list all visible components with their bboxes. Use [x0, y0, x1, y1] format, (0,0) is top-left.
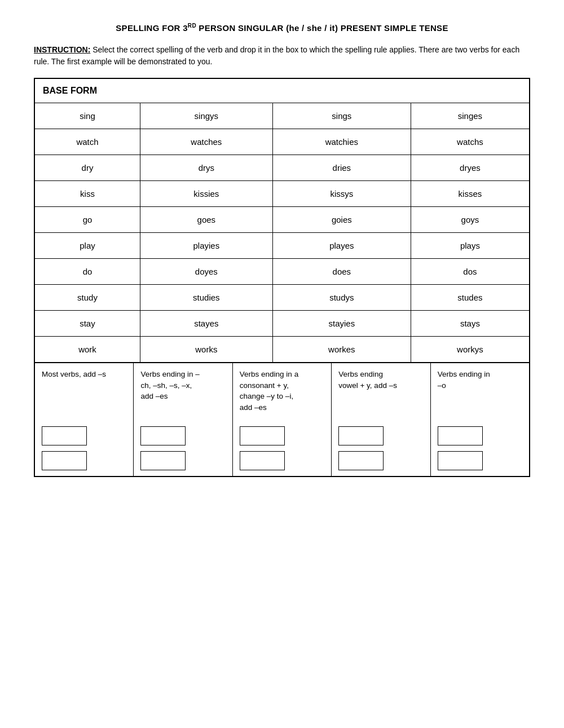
- bottom-col-title-2: Verbs ending in a consonant + y, change …: [240, 369, 324, 413]
- bottom-col-0: Most verbs, add –s: [35, 363, 134, 476]
- table-cell-4-3: goys: [411, 207, 530, 233]
- bottom-col-title-1: Verbs ending in – ch, –sh, –s, –x, add –…: [140, 369, 225, 402]
- bottom-col-1: Verbs ending in – ch, –sh, –s, –x, add –…: [134, 363, 232, 476]
- table-cell-2-1: drys: [140, 155, 272, 181]
- drop-box-1-1[interactable]: [140, 451, 186, 470]
- table-cell-2-3: dryes: [411, 155, 530, 181]
- table-cell-8-2: stayies: [272, 311, 411, 337]
- drop-box-1-0[interactable]: [140, 426, 186, 445]
- drop-box-2-0[interactable]: [240, 426, 285, 445]
- table-cell-3-1: kissies: [140, 181, 272, 207]
- table-cell-0-3: singes: [411, 103, 530, 129]
- table-cell-5-3: plays: [411, 233, 530, 259]
- bottom-col-2: Verbs ending in a consonant + y, change …: [233, 363, 332, 476]
- verb-table: BASE FORM singsingyssingssingeswatchwatc…: [34, 78, 530, 363]
- drop-box-4-1[interactable]: [438, 451, 483, 470]
- drop-box-0-0[interactable]: [42, 426, 87, 445]
- drop-box-2-1[interactable]: [240, 451, 285, 470]
- table-cell-0-0: sing: [34, 103, 140, 129]
- table-cell-3-2: kissys: [272, 181, 411, 207]
- table-cell-9-2: workes: [272, 337, 411, 363]
- bottom-col-title-3: Verbs ending vowel + y, add –s: [338, 369, 423, 391]
- bottom-col-3: Verbs ending vowel + y, add –s: [332, 363, 430, 476]
- table-cell-8-1: stayes: [140, 311, 272, 337]
- bottom-col-4: Verbs ending in –o: [431, 363, 529, 476]
- table-cell-4-2: goies: [272, 207, 411, 233]
- table-cell-9-1: works: [140, 337, 272, 363]
- table-cell-7-3: studes: [411, 285, 530, 311]
- table-cell-6-0: do: [34, 259, 140, 285]
- table-cell-7-1: studies: [140, 285, 272, 311]
- table-cell-9-0: work: [34, 337, 140, 363]
- table-cell-2-0: dry: [34, 155, 140, 181]
- bottom-col-title-0: Most verbs, add –s: [42, 369, 126, 380]
- table-cell-6-2: does: [272, 259, 411, 285]
- table-cell-6-3: dos: [411, 259, 530, 285]
- table-cell-3-0: kiss: [34, 181, 140, 207]
- drop-box-4-0[interactable]: [438, 426, 483, 445]
- table-cell-5-2: playes: [272, 233, 411, 259]
- drop-box-3-1[interactable]: [338, 451, 384, 470]
- table-cell-9-3: workys: [411, 337, 530, 363]
- table-cell-1-0: watch: [34, 129, 140, 155]
- drop-box-3-0[interactable]: [338, 426, 384, 445]
- table-cell-3-3: kisses: [411, 181, 530, 207]
- table-cell-2-2: dries: [272, 155, 411, 181]
- table-cell-1-2: watchies: [272, 129, 411, 155]
- table-cell-4-1: goes: [140, 207, 272, 233]
- table-cell-5-0: play: [34, 233, 140, 259]
- bottom-section: Most verbs, add –sVerbs ending in – ch, …: [34, 363, 530, 477]
- table-cell-4-0: go: [34, 207, 140, 233]
- page-title: SPELLING FOR 3RD PERSON SINGULAR (he / s…: [34, 23, 530, 33]
- table-cell-8-0: stay: [34, 311, 140, 337]
- table-cell-7-2: studys: [272, 285, 411, 311]
- table-cell-7-0: study: [34, 285, 140, 311]
- table-header: BASE FORM: [34, 78, 530, 103]
- table-cell-0-1: singys: [140, 103, 272, 129]
- table-cell-1-3: watchs: [411, 129, 530, 155]
- drop-box-0-1[interactable]: [42, 451, 87, 470]
- table-cell-5-1: playies: [140, 233, 272, 259]
- table-cell-0-2: sings: [272, 103, 411, 129]
- instruction-label: INSTRUCTION:: [34, 45, 90, 54]
- table-cell-1-1: watches: [140, 129, 272, 155]
- table-cell-6-1: doyes: [140, 259, 272, 285]
- instruction-text: Select the correct spelling of the verb …: [34, 45, 519, 66]
- bottom-col-title-4: Verbs ending in –o: [438, 369, 522, 391]
- instruction: INSTRUCTION: Select the correct spelling…: [34, 44, 530, 68]
- table-cell-8-3: stays: [411, 311, 530, 337]
